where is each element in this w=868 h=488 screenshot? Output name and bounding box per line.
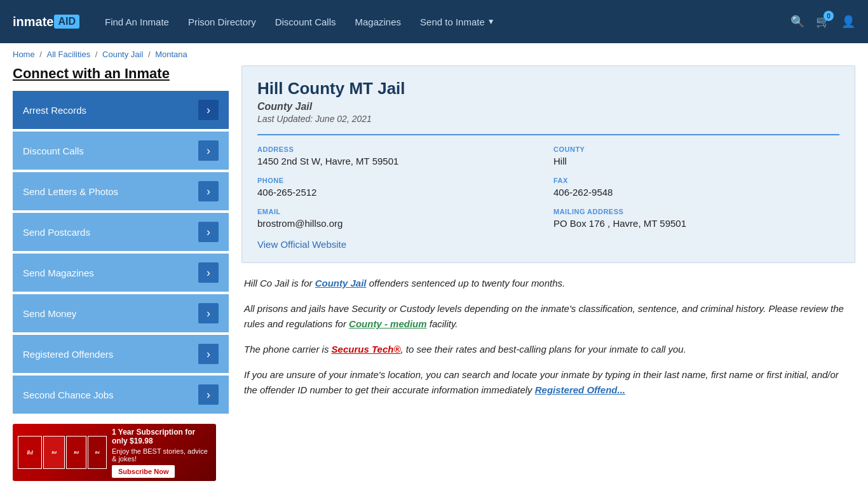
breadcrumb-sep3: /	[148, 50, 153, 59]
sidebar-item-label: Discount Calls	[23, 146, 84, 156]
facility-updated: Last Updated: June 02, 2021	[257, 114, 839, 124]
search-icon: 🔍	[790, 15, 804, 28]
desc-para4: If you are unsure of your inmate's locat…	[244, 367, 853, 398]
fax-label: FAX	[553, 177, 839, 184]
sidebar: Connect with an Inmate Arrest Records › …	[13, 65, 229, 481]
county-medium-link[interactable]: County - medium	[349, 318, 427, 329]
registered-offenders-link[interactable]: Registered Offend...	[535, 384, 625, 395]
view-website-link[interactable]: View Official Website	[257, 239, 346, 250]
chevron-down-icon: ▼	[487, 17, 495, 26]
phone-label: PHONE	[257, 177, 543, 184]
desc-para2-after: facility.	[427, 318, 458, 329]
header-icons: 🔍 🛒 0 👤	[790, 15, 855, 29]
email-label: EMAIL	[257, 208, 543, 215]
sidebar-item-send-magazines[interactable]: Send Magazines ›	[13, 254, 229, 292]
sidebar-item-label: Send Money	[23, 308, 76, 319]
sidebar-item-label: Registered Offenders	[23, 349, 113, 360]
arrow-icon: ›	[198, 262, 219, 283]
breadcrumb-sep2: /	[95, 50, 100, 59]
nav-find-inmate[interactable]: Find An Inmate	[105, 17, 169, 27]
breadcrumb-county-jail[interactable]: County Jail	[102, 50, 143, 59]
facility-card: Hill County MT Jail County Jail Last Upd…	[241, 65, 855, 263]
search-button[interactable]: 🔍	[790, 15, 804, 29]
cart-badge: 0	[824, 11, 834, 21]
fax-value: 406-262-9548	[553, 187, 839, 198]
desc-para2-before: All prisons and jails have Security or C…	[244, 303, 844, 329]
address-group: ADDRESS 1450 2nd St W, Havre, MT 59501	[257, 146, 543, 166]
sidebar-item-label: Send Letters & Photos	[23, 186, 118, 197]
main-nav: Find An Inmate Prison Directory Discount…	[105, 17, 790, 27]
ad-text: 1 Year Subscription for only $19.98 Enjo…	[112, 428, 211, 478]
desc-para1-after: offenders sentenced up to twenty four mo…	[367, 278, 566, 288]
user-button[interactable]: 👤	[841, 15, 855, 29]
arrow-icon: ›	[198, 344, 219, 364]
arrow-icon: ›	[198, 140, 219, 161]
arrow-icon: ›	[198, 384, 219, 405]
sidebar-item-send-postcards[interactable]: Send Postcards ›	[13, 213, 229, 251]
phone-group: PHONE 406-265-2512	[257, 177, 543, 198]
user-icon: 👤	[841, 15, 855, 28]
sidebar-menu: Arrest Records › Discount Calls › Send L…	[13, 91, 229, 414]
desc-para3-after: , to see their rates and best-calling pl…	[400, 344, 686, 355]
breadcrumb-sep1: /	[39, 50, 44, 59]
site-header: inmate AID Find An Inmate Prison Directo…	[0, 0, 868, 43]
breadcrumb-all-facilities[interactable]: All Facilities	[47, 50, 91, 59]
sidebar-item-label: Arrest Records	[23, 105, 86, 116]
nav-magazines[interactable]: Magazines	[355, 17, 402, 27]
nav-send-to-inmate[interactable]: Send to Inmate ▼	[420, 17, 495, 27]
ad-banner-inner: Rd Rd Rd Rd 1 Year Subscription for only…	[13, 424, 216, 481]
nav-discount-calls[interactable]: Discount Calls	[275, 17, 336, 27]
arrow-icon: ›	[198, 181, 219, 201]
breadcrumb-state[interactable]: Montana	[155, 50, 187, 59]
ad-headline: 1 Year Subscription for only $19.98	[112, 428, 211, 445]
mailing-label: MAILING ADDRESS	[553, 208, 839, 215]
securus-link[interactable]: Securus Tech®	[332, 344, 401, 355]
address-label: ADDRESS	[257, 146, 543, 153]
sidebar-item-arrest-records[interactable]: Arrest Records ›	[13, 91, 229, 129]
ad-subtext: Enjoy the BEST stories, advice & jokes!	[112, 447, 211, 463]
facility-details: ADDRESS 1450 2nd St W, Havre, MT 59501 C…	[257, 134, 839, 229]
email-group: EMAIL brostrom@hillso.org	[257, 208, 543, 229]
nav-send-label[interactable]: Send to Inmate	[420, 17, 485, 27]
sidebar-item-label: Second Chance Jobs	[23, 390, 114, 400]
sidebar-item-second-chance-jobs[interactable]: Second Chance Jobs ›	[13, 376, 229, 414]
address-value: 1450 2nd St W, Havre, MT 59501	[257, 156, 543, 166]
county-value: Hill	[553, 156, 839, 166]
county-label: COUNTY	[553, 146, 839, 153]
arrow-icon: ›	[198, 100, 219, 120]
desc-para3-before: The phone carrier is	[244, 344, 332, 355]
county-group: COUNTY Hill	[553, 146, 839, 166]
arrow-icon: ›	[198, 222, 219, 242]
desc-para1-before: Hill Co Jail is for	[244, 278, 315, 288]
main-content: Connect with an Inmate Arrest Records › …	[0, 65, 868, 488]
nav-prison-directory[interactable]: Prison Directory	[188, 17, 256, 27]
breadcrumb-home[interactable]: Home	[13, 50, 35, 59]
mailing-group: MAILING ADDRESS PO Box 176 , Havre, MT 5…	[553, 208, 839, 229]
desc-para1: Hill Co Jail is for County Jail offender…	[244, 276, 853, 291]
desc-para2: All prisons and jails have Security or C…	[244, 301, 853, 332]
sidebar-item-send-letters[interactable]: Send Letters & Photos ›	[13, 172, 229, 210]
sidebar-title: Connect with an Inmate	[13, 65, 229, 82]
fax-group: FAX 406-262-9548	[553, 177, 839, 198]
logo[interactable]: inmate AID	[13, 15, 79, 29]
cart-button[interactable]: 🛒 0	[816, 15, 830, 29]
sidebar-item-label: Send Magazines	[23, 268, 94, 278]
sidebar-item-registered-offenders[interactable]: Registered Offenders ›	[13, 335, 229, 373]
right-content: Hill County MT Jail County Jail Last Upd…	[241, 65, 855, 481]
ad-banner[interactable]: Rd Rd Rd Rd 1 Year Subscription for only…	[13, 424, 216, 481]
facility-name: Hill County MT Jail	[257, 79, 839, 98]
facility-type: County Jail	[257, 101, 839, 112]
arrow-icon: ›	[198, 303, 219, 323]
breadcrumb: Home / All Facilities / County Jail / Mo…	[0, 43, 868, 65]
subscribe-button[interactable]: Subscribe Now	[112, 465, 175, 478]
sidebar-item-discount-calls[interactable]: Discount Calls ›	[13, 132, 229, 170]
description: Hill Co Jail is for County Jail offender…	[241, 276, 855, 398]
county-jail-link[interactable]: County Jail	[315, 278, 367, 288]
desc-para3: The phone carrier is Securus Tech®, to s…	[244, 342, 853, 357]
sidebar-item-label: Send Postcards	[23, 227, 90, 238]
email-value: brostrom@hillso.org	[257, 218, 543, 229]
mailing-value: PO Box 176 , Havre, MT 59501	[553, 218, 839, 229]
phone-value: 406-265-2512	[257, 187, 543, 198]
sidebar-item-send-money[interactable]: Send Money ›	[13, 294, 229, 332]
